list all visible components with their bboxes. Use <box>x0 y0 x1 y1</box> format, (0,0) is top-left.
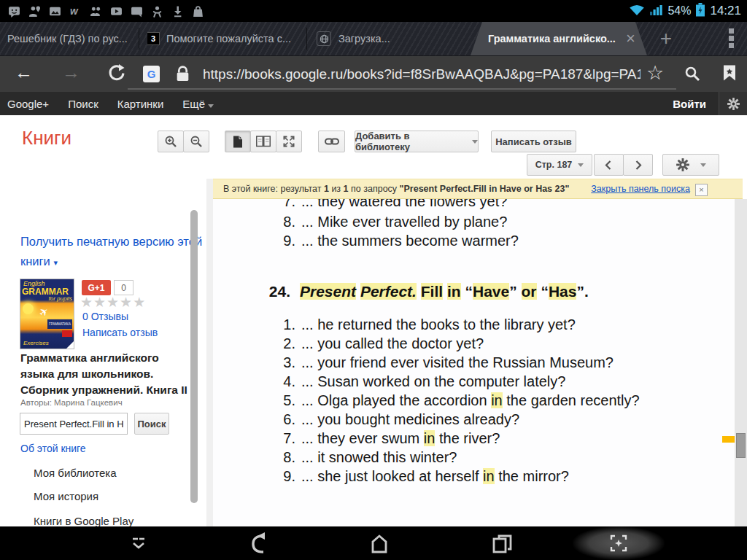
home-nav-icon[interactable] <box>366 530 392 559</box>
book-line: 9.... the summers become warmer? <box>213 231 724 250</box>
numeral-3-favicon: 3 <box>147 33 159 44</box>
next-page-button[interactable] <box>623 154 653 176</box>
status-bar: w 54% 14:21 <box>0 0 747 22</box>
person-pin-icon <box>28 5 41 18</box>
book-line: 4.... Susan worked on the computer latel… <box>213 372 724 391</box>
back-nav-icon[interactable] <box>246 530 272 559</box>
search-link[interactable]: Поиск <box>68 98 98 110</box>
new-tab-button[interactable]: + <box>651 22 681 55</box>
book-line: 5.... Olga played the accordion in the g… <box>213 391 724 410</box>
previous-page-button[interactable] <box>594 154 624 176</box>
sidebar-item-my-library[interactable]: Моя библиотека <box>34 467 117 479</box>
battery-icon <box>696 3 705 20</box>
shopping-bag-icon <box>192 5 204 18</box>
tab-zagruzka[interactable]: Загрузка... <box>317 22 466 55</box>
write-review-button[interactable]: Написать отзыв <box>491 131 576 152</box>
tab-title: Помогите пожалуйста с... <box>166 33 291 44</box>
youtube-icon <box>110 5 123 18</box>
browser-menu-icon[interactable] <box>729 28 734 48</box>
browser-tab-bar: Решебник (ГДЗ) по рус... 3 Помогите пожа… <box>0 22 747 56</box>
lock-icon <box>175 65 190 86</box>
battery-percent: 54% <box>667 4 691 18</box>
sign-in-button[interactable]: Войти <box>673 98 706 110</box>
images-link[interactable]: Картинки <box>117 98 164 110</box>
write-review-link[interactable]: Написать отзыв <box>82 327 158 338</box>
hide-bar-icon[interactable] <box>125 530 152 559</box>
book-line: 7.... they ever swum in the river? <box>213 429 724 448</box>
two-page-view-button[interactable] <box>250 131 276 152</box>
bookmark-star-icon[interactable]: ☆ <box>646 61 664 85</box>
tab-reshebnik[interactable]: Решебник (ГДЗ) по рус... <box>7 22 135 55</box>
get-print-version-link[interactable]: Получить печатную версию этой книги ▾ <box>20 232 204 273</box>
tab-title: Загрузка... <box>338 33 390 44</box>
chevron-down-icon <box>578 163 584 167</box>
message-icon <box>131 5 143 18</box>
zoom-in-button[interactable] <box>158 131 184 152</box>
recent-apps-icon[interactable] <box>489 530 515 559</box>
books-logo[interactable]: Книги <box>22 127 71 149</box>
book-line: 2.... you called the doctor yet? <box>213 334 724 353</box>
add-to-library-button[interactable]: Добавить в библиотеку <box>355 131 479 152</box>
close-search-panel-link[interactable]: Закрыть панель поиска <box>591 184 690 194</box>
page-scrollbar-thumb[interactable] <box>736 433 746 458</box>
tab-title: Грамматика английско... <box>488 33 616 44</box>
book-line: 3.... your friend ever visited the Russi… <box>213 353 724 372</box>
refresh-button[interactable] <box>107 63 126 86</box>
cover-airplane: ✈ <box>36 304 52 320</box>
reviews-link[interactable]: 0 Отзывы <box>82 311 128 322</box>
search-icon[interactable] <box>684 66 701 85</box>
book-line: 8.... Mike ever travelled by plane? <box>213 212 724 231</box>
fullscreen-button[interactable] <box>276 131 302 152</box>
download-icon <box>171 5 184 18</box>
back-button[interactable]: ← <box>15 63 33 82</box>
sidebar-scrollbar[interactable] <box>190 210 198 503</box>
gplus-button[interactable]: G+1 <box>82 280 111 295</box>
more-menu[interactable]: Ещё <box>182 98 214 110</box>
photo-icon <box>49 5 61 18</box>
page-selector-dropdown[interactable]: Стр. 187 <box>527 154 592 176</box>
in-book-search-button[interactable]: Поиск <box>134 413 169 435</box>
viewer-settings-dropdown[interactable] <box>662 154 719 176</box>
google-favicon: G <box>143 66 160 82</box>
page-scrollbar-track[interactable] <box>735 199 747 526</box>
book-cover: English GRAMMAR for pupils ✈ ГРАММАТИКА … <box>20 279 74 349</box>
settings-gear-button[interactable] <box>719 92 747 115</box>
sidebar-item-google-play-books[interactable]: Книги в Google Play <box>34 515 133 527</box>
globe-favicon <box>317 31 331 46</box>
gplus-widget[interactable]: G+1 0 <box>82 280 133 295</box>
chat-bubble-icon <box>8 5 20 18</box>
search-result-marker[interactable] <box>722 436 735 443</box>
google-books-header: Книги Добавить в библиотеку Написать отз… <box>0 115 747 179</box>
bookmarks-icon[interactable] <box>722 64 737 85</box>
link-button[interactable] <box>318 131 345 152</box>
googleplus-link[interactable]: Google+ <box>7 98 49 110</box>
single-page-view-button[interactable] <box>225 131 251 152</box>
ok-ru-icon <box>151 5 163 18</box>
tab-separator <box>306 28 307 50</box>
omnibox-underline <box>128 88 676 90</box>
forward-button[interactable]: → <box>62 63 80 82</box>
close-icon[interactable]: × <box>695 184 708 196</box>
in-book-search-input[interactable] <box>20 413 128 435</box>
tab-grammatika-active[interactable]: Грамматика английско... × <box>471 22 647 55</box>
about-this-book-link[interactable]: Об этой книге <box>20 443 86 454</box>
book-line: 6.... you bought medicines already? <box>213 410 724 429</box>
url-field[interactable]: https://books.google.ru/books?id=f8SrBwA… <box>203 66 640 82</box>
book-line: 7.... they watered the flowers yet? <box>213 199 724 211</box>
screenshot-icon[interactable] <box>605 530 632 559</box>
tab-pomogite[interactable]: 3 Помогите пожалуйста с... <box>147 22 301 55</box>
google-services-bar: Google+ Поиск Картинки Ещё Войти <box>0 92 747 116</box>
tab-close-icon[interactable]: × <box>626 31 635 47</box>
cover-sun <box>23 303 34 314</box>
gplus-count: 0 <box>114 280 133 295</box>
exercise-heading: 24.Present Perfect. Fill in “Have” or “H… <box>213 281 724 303</box>
cover-fold <box>66 341 74 349</box>
chevron-down-icon <box>208 104 214 108</box>
signal-icon <box>650 4 662 18</box>
sidebar-item-my-history[interactable]: Моя история <box>34 490 98 502</box>
zoom-out-button[interactable] <box>183 131 209 152</box>
book-title: Грамматика английского языка для школьни… <box>20 350 196 398</box>
in-book-search-panel: В этой книге: результат 1 из 1 по запрос… <box>213 179 743 199</box>
book-authors: Авторы: Марина Гацкевич <box>20 398 123 407</box>
rating-stars: ★★★★★ <box>80 294 146 311</box>
